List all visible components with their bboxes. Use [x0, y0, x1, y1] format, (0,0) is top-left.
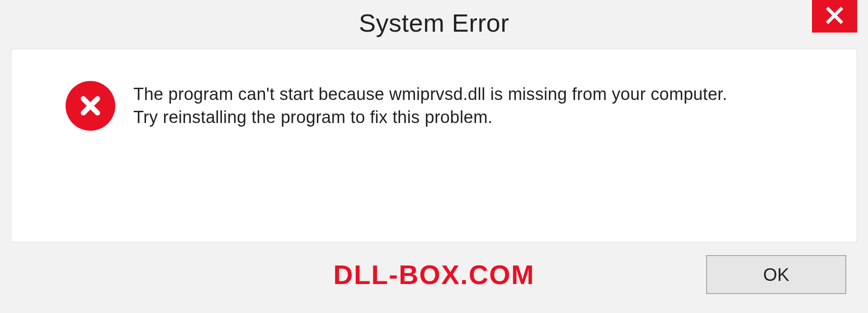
titlebar: System Error: [0, 0, 868, 45]
error-icon: [66, 81, 115, 131]
dialog-title: System Error: [359, 8, 509, 38]
dialog-message: The program can't start because wmiprvsd…: [133, 81, 834, 129]
message-line-2: Try reinstalling the program to fix this…: [133, 106, 834, 129]
dialog-footer: DLL-BOX.COM OK: [11, 245, 857, 304]
close-button[interactable]: [812, 0, 857, 33]
error-circle-x-icon: [66, 81, 115, 131]
ok-button[interactable]: OK: [706, 255, 846, 294]
close-icon: [825, 6, 844, 27]
message-line-1: The program can't start because wmiprvsd…: [133, 83, 834, 106]
dialog-body: The program can't start because wmiprvsd…: [11, 49, 857, 242]
